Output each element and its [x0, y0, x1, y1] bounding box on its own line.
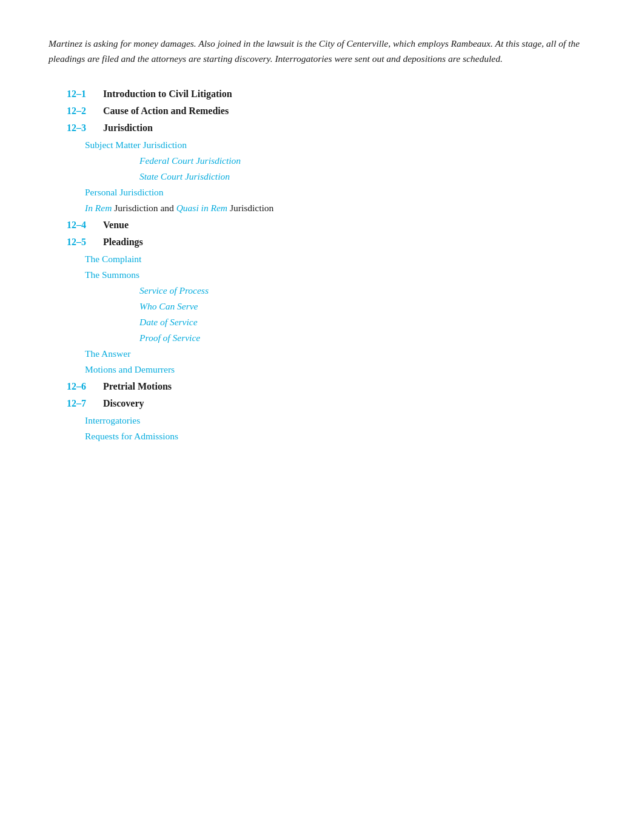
section-number-12-7: 12–7: [67, 398, 103, 409]
toc-link-federal-court-jurisdiction[interactable]: Federal Court Jurisdiction: [139, 155, 595, 166]
section-number-12-2: 12–2: [67, 106, 103, 117]
table-of-contents: 12–1 Introduction to Civil Litigation 12…: [49, 89, 595, 442]
section-12-3: 12–3 Jurisdiction: [67, 123, 595, 134]
toc-link-the-answer[interactable]: The Answer: [85, 348, 595, 359]
section-number-12-1: 12–1: [67, 89, 103, 100]
section-number-12-3: 12–3: [67, 123, 103, 134]
discovery-children: Interrogatories Requests for Admissions: [67, 415, 595, 442]
section-number-12-4: 12–4: [67, 220, 103, 231]
pleadings-children: The Complaint The Summons Service of Pro…: [67, 254, 595, 375]
in-rem-middle-text: Jurisdiction and: [112, 203, 176, 213]
section-title-12-6: Pretrial Motions: [103, 381, 172, 392]
toc-link-in-rem-jurisdiction[interactable]: In Rem Jurisdiction and Quasi in Rem Jur…: [85, 203, 595, 214]
quasi-in-rem-italic-part: Quasi in Rem: [176, 203, 227, 213]
section-12-2: 12–2 Cause of Action and Remedies: [67, 106, 595, 117]
toc-link-motions-and-demurrers[interactable]: Motions and Demurrers: [85, 364, 595, 375]
section-number-12-6: 12–6: [67, 381, 103, 392]
toc-link-subject-matter-jurisdiction[interactable]: Subject Matter Jurisdiction: [85, 140, 595, 150]
toc-link-proof-of-service[interactable]: Proof of Service: [139, 333, 595, 343]
toc-link-date-of-service[interactable]: Date of Service: [139, 317, 595, 328]
toc-link-the-summons[interactable]: The Summons: [85, 269, 595, 280]
section-title-12-1: Introduction to Civil Litigation: [103, 89, 232, 100]
intro-paragraph: Martinez is asking for money damages. Al…: [49, 36, 595, 67]
section-title-12-4: Venue: [103, 220, 129, 231]
section-title-12-5: Pleadings: [103, 237, 143, 248]
section-12-1: 12–1 Introduction to Civil Litigation: [67, 89, 595, 100]
toc-link-service-of-process[interactable]: Service of Process: [139, 285, 595, 296]
toc-link-who-can-serve[interactable]: Who Can Serve: [139, 301, 595, 312]
section-12-5: 12–5 Pleadings: [67, 237, 595, 248]
section-12-4: 12–4 Venue: [67, 220, 595, 231]
section-title-12-2: Cause of Action and Remedies: [103, 106, 229, 117]
summons-children: Service of Process Who Can Serve Date of…: [85, 285, 595, 343]
toc-link-personal-jurisdiction[interactable]: Personal Jurisdiction: [85, 187, 595, 198]
section-12-7: 12–7 Discovery: [67, 398, 595, 409]
section-12-6: 12–6 Pretrial Motions: [67, 381, 595, 392]
section-number-12-5: 12–5: [67, 237, 103, 248]
in-rem-end-text: Jurisdiction: [227, 203, 273, 213]
jurisdiction-children: Subject Matter Jurisdiction Federal Cour…: [67, 140, 595, 214]
toc-link-the-complaint[interactable]: The Complaint: [85, 254, 595, 265]
in-rem-italic-part: In Rem: [85, 203, 112, 213]
section-title-12-7: Discovery: [103, 398, 144, 409]
toc-link-interrogatories[interactable]: Interrogatories: [85, 415, 595, 426]
subject-matter-children: Federal Court Jurisdiction State Court J…: [85, 155, 595, 182]
toc-link-requests-for-admissions[interactable]: Requests for Admissions: [85, 431, 595, 442]
section-title-12-3: Jurisdiction: [103, 123, 153, 134]
toc-link-state-court-jurisdiction[interactable]: State Court Jurisdiction: [139, 171, 595, 182]
